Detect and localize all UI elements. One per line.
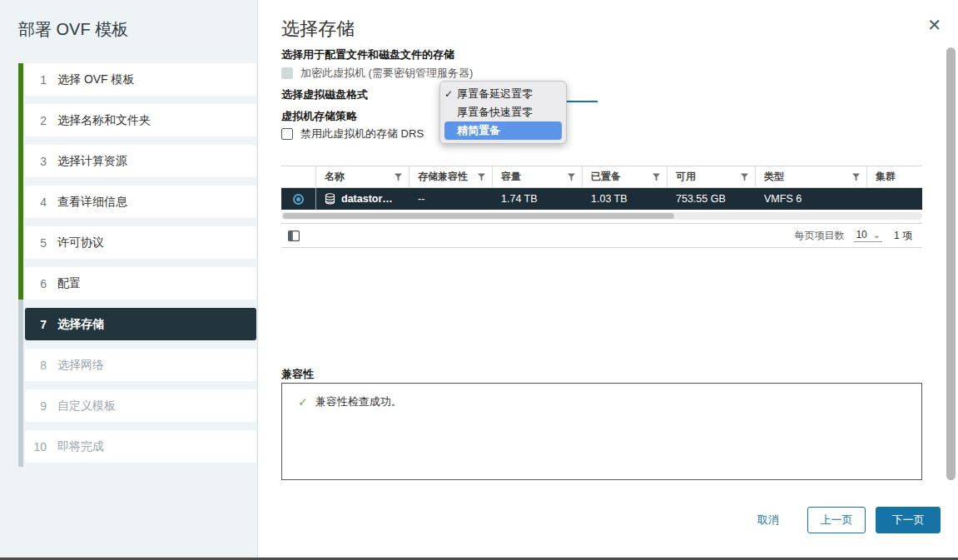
encrypt-vm-checkbox-row: 加密此虚拟机 (需要密钥管理服务器) — [281, 66, 473, 81]
items-per-page-label: 每页项目数 — [794, 229, 844, 243]
compatibility-label: 兼容性 — [281, 367, 314, 382]
header-provisioned[interactable]: 已置备 — [583, 166, 668, 187]
items-per-page-select[interactable]: 10 ⌄ — [854, 229, 882, 242]
table-pagination-bar: 每页项目数 10 ⌄ 1 项 — [281, 223, 922, 248]
disable-drs-checkbox-row: 禁用此虚拟机的存储 DRS — [281, 126, 424, 141]
header-cluster[interactable]: 集群 — [867, 166, 922, 187]
step-5-license-agreements[interactable]: 5许可协议 — [25, 226, 256, 259]
total-items-count: 1 项 — [894, 229, 912, 243]
step-8-select-networks: 8选择网络 — [25, 349, 256, 381]
wizard-steps: 1选择 OVF 模板 2选择名称和文件夹 3选择计算资源 4查看详细信息 5许可… — [25, 63, 256, 471]
header-storage-compatibility[interactable]: 存储兼容性 — [410, 166, 493, 187]
close-icon[interactable]: ✕ — [927, 17, 941, 33]
step-7-select-storage-active[interactable]: 7选择存储 — [25, 308, 256, 340]
header-name[interactable]: 名称 — [316, 166, 410, 187]
next-button[interactable]: 下一页 — [876, 507, 941, 533]
wizard-sidebar: 部署 OVF 模板 1选择 OVF 模板 2选择名称和文件夹 3选择计算资源 4… — [0, 0, 258, 558]
chevron-down-icon: ⌄ — [873, 230, 881, 240]
datastore-table: 名称 存储兼容性 容量 已置备 可用 类型 集群 datasto — [281, 166, 922, 248]
step-1-select-ovf-template[interactable]: 1选择 OVF 模板 — [25, 63, 256, 96]
step-4-review-details[interactable]: 4查看详细信息 — [25, 186, 256, 218]
datastore-icon — [325, 193, 335, 205]
step-2-select-name-folder[interactable]: 2选择名称和文件夹 — [25, 104, 256, 136]
disk-format-label: 选择虚拟磁盘格式 — [281, 87, 368, 102]
dropdown-option-thin-provision[interactable]: 精简置备 — [444, 121, 562, 140]
cell-storage-compatibility: -- — [410, 188, 493, 210]
cell-free: 753.55 GB — [668, 188, 756, 210]
page-title: 选择存储 — [281, 17, 355, 42]
header-radio-column — [281, 166, 316, 187]
cell-provisioned: 1.03 TB — [583, 188, 668, 210]
step-10-ready-to-complete: 10即将完成 — [25, 430, 256, 463]
datastore-row-selected[interactable]: datastor… -- 1.74 TB 1.03 TB 753.55 GB V… — [281, 188, 922, 210]
encrypt-vm-checkbox — [281, 67, 293, 79]
disable-drs-label: 禁用此虚拟机的存储 DRS — [300, 126, 424, 141]
cell-cluster — [867, 188, 922, 210]
compatibility-message-row: ✓ 兼容性检查成功。 — [298, 394, 921, 409]
cancel-button[interactable]: 取消 — [757, 513, 779, 528]
progress-bar-completed — [18, 63, 23, 300]
success-check-icon: ✓ — [298, 395, 308, 409]
back-button[interactable]: 上一页 — [807, 507, 866, 533]
filter-funnel-icon[interactable] — [568, 173, 575, 181]
header-capacity[interactable]: 容量 — [493, 166, 583, 187]
table-horizontal-scrollbar[interactable] — [281, 212, 922, 220]
compatibility-message: 兼容性检查成功。 — [315, 394, 402, 409]
wizard-footer: 取消 上一页 下一页 — [757, 507, 941, 533]
vertical-scrollbar-thumb[interactable] — [946, 47, 956, 480]
disable-drs-checkbox[interactable] — [281, 128, 293, 140]
table-header-row: 名称 存储兼容性 容量 已置备 可用 类型 集群 — [281, 166, 922, 188]
check-icon: ✓ — [440, 85, 457, 103]
cell-capacity: 1.74 TB — [493, 188, 583, 210]
select-storage-panel: 选择存储 ✕ 选择用于配置文件和磁盘文件的存储 加密此虚拟机 (需要密钥管理服务… — [258, 0, 958, 558]
filter-funnel-icon[interactable] — [395, 173, 402, 181]
step-3-select-compute-resource[interactable]: 3选择计算资源 — [25, 145, 256, 177]
storage-policy-label: 虚拟机存储策略 — [281, 109, 357, 124]
panel-vertical-scrollbar[interactable] — [946, 46, 956, 487]
radio-selected-icon[interactable] — [293, 194, 304, 205]
cell-type: VMFS 6 — [756, 188, 867, 210]
step-6-configuration[interactable]: 6配置 — [25, 267, 256, 300]
dropdown-option-thick-lazy[interactable]: ✓ 厚置备延迟置零 — [440, 85, 566, 103]
step-9-customize-template: 9自定义模板 — [25, 389, 256, 422]
disk-format-dropdown-menu: ✓ 厚置备延迟置零 厚置备快速置零 精简置备 — [439, 81, 567, 144]
compatibility-box: ✓ 兼容性检查成功。 — [281, 383, 922, 480]
filter-funnel-icon[interactable] — [653, 173, 660, 181]
storage-section-heading: 选择用于配置文件和磁盘文件的存储 — [281, 47, 454, 62]
filter-funnel-icon[interactable] — [852, 173, 860, 181]
dropdown-option-thick-eager[interactable]: 厚置备快速置零 — [440, 103, 566, 121]
horizontal-scrollbar-thumb[interactable] — [283, 213, 674, 219]
wizard-title: 部署 OVF 模板 — [18, 18, 128, 41]
header-type[interactable]: 类型 — [756, 166, 867, 187]
column-settings-icon[interactable] — [288, 230, 300, 241]
cell-name: datastor… — [316, 188, 410, 210]
filter-funnel-icon[interactable] — [741, 173, 748, 181]
header-free[interactable]: 可用 — [668, 166, 756, 187]
row-radio-cell — [281, 188, 316, 210]
progress-bar-pending — [18, 300, 23, 467]
encrypt-vm-label: 加密此虚拟机 (需要密钥管理服务器) — [300, 66, 473, 81]
filter-funnel-icon[interactable] — [478, 173, 485, 181]
